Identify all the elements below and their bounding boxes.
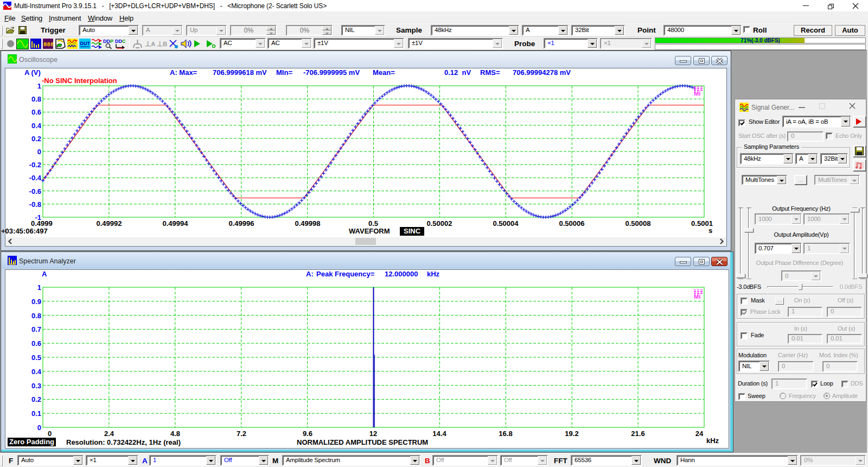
svg-text:Mi: Mi	[694, 293, 700, 300]
